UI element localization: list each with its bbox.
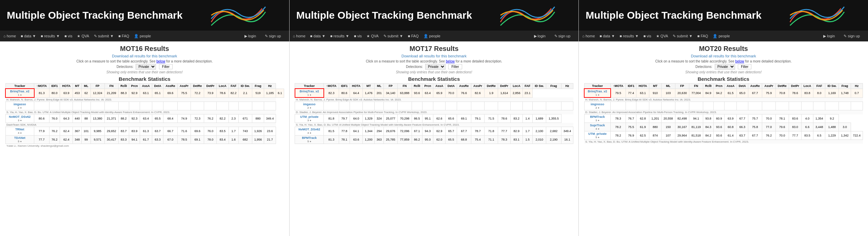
- tracker-name[interactable]: imgasso2 ●: [295, 102, 324, 110]
- tracker-name[interactable]: BPMTrack3 ●: [584, 114, 611, 123]
- tracker-name[interactable]: UTM_private3 ●: [295, 114, 324, 123]
- nav-data[interactable]: ■ data ▼: [310, 34, 326, 38]
- table-cell: 1,342: [839, 131, 851, 140]
- table-cell: 83.8: [801, 89, 813, 97]
- table-cell: [689, 102, 703, 110]
- table-cell: 1,185: [264, 89, 276, 97]
- table-cell: 76.6: [457, 89, 471, 97]
- tracker-name[interactable]: BrinqTras_v21 ●: [295, 89, 324, 97]
- nav-submit[interactable]: ✎ submit ▼: [94, 34, 114, 38]
- tracker-name[interactable]: NvMOT_DSv624 ●: [295, 127, 324, 135]
- tracker-name[interactable]: TRNet4 ●: [5, 127, 34, 135]
- col-header: IDF1: [339, 84, 350, 89]
- nav-signup[interactable]: ✎ sign up: [265, 34, 281, 38]
- tracker-name[interactable]: UTM_private5 ●: [584, 131, 611, 140]
- nav-results[interactable]: ■ results ▼: [620, 34, 639, 38]
- detect-select[interactable]: Private Public All: [715, 64, 735, 70]
- nav-people[interactable]: 👤 people: [713, 34, 730, 38]
- nav-home[interactable]: ⌂ home: [293, 34, 305, 38]
- nav-faq[interactable]: ■ FAQ: [118, 34, 129, 38]
- below-link[interactable]: below: [156, 59, 165, 63]
- table-cell: 78.6: [498, 114, 510, 123]
- tracker-name[interactable]: imgresso2 ●: [584, 102, 611, 110]
- nav-vis[interactable]: ■ vis: [64, 34, 72, 38]
- col-header: RcllI: [703, 84, 714, 89]
- tracker-name[interactable]: SuprTrack4 ●: [584, 123, 611, 131]
- table-cell: 78.2: [611, 123, 626, 131]
- download-link[interactable]: Download all results for this benchmark: [5, 54, 284, 58]
- nav-data[interactable]: ■ data ▼: [21, 34, 36, 38]
- nav-qva[interactable]: ★ QVA: [656, 34, 668, 38]
- detect-filter: Detections: Private Public All Filter: [584, 64, 863, 70]
- table-cell: 25,785: [383, 135, 397, 144]
- table-cell: 2,190: [546, 135, 561, 144]
- nav-results[interactable]: ■ results ▼: [41, 34, 60, 38]
- nav-qva[interactable]: ★ QVA: [77, 34, 89, 38]
- nav-home[interactable]: ⌂ home: [3, 34, 16, 38]
- filter-button[interactable]: Filter: [738, 64, 751, 69]
- table-cell: 65.5: [152, 114, 163, 123]
- table-cell: 1,354: [813, 114, 825, 123]
- table-row: NvMOT_DSv623 ●80.676.064.34408813,38021,…: [5, 114, 284, 123]
- table-cell: [789, 102, 801, 110]
- nav-data[interactable]: ■ data ▼: [600, 34, 615, 38]
- table-cell: 25,077: [383, 114, 397, 123]
- table-cell: 76.2: [49, 135, 60, 144]
- table-cell: [350, 102, 362, 110]
- nav-people[interactable]: 👤 people: [134, 34, 151, 38]
- tracker-name[interactable]: BrinqTras_v21 ●: [584, 89, 611, 97]
- nav-signup[interactable]: ✎ sign up: [844, 34, 860, 38]
- table-cell: [152, 102, 163, 110]
- below-link[interactable]: below: [735, 59, 744, 63]
- below-link[interactable]: below: [446, 59, 455, 63]
- table-cell: [49, 102, 60, 110]
- nav-people[interactable]: 👤 people: [423, 34, 440, 38]
- col-header: AssRe: [457, 84, 471, 89]
- col-header: AssPr: [471, 84, 485, 89]
- tracker-name[interactable]: BPMTrack5 ●: [295, 135, 324, 144]
- nav-home[interactable]: ⌂ home: [582, 34, 595, 38]
- nav-submit[interactable]: ✎ submit ▼: [383, 34, 403, 38]
- detect-select[interactable]: Private Public All: [136, 64, 156, 70]
- download-link[interactable]: Download all results for this benchmark: [584, 54, 863, 58]
- citation: H. Mahesh, N. Barros, J. Pynne. Brinq Ed…: [584, 97, 863, 102]
- nav-vis[interactable]: ■ vis: [354, 34, 362, 38]
- table-cell: 67.0: [163, 135, 178, 144]
- nav-faq[interactable]: ■ FAQ: [408, 34, 419, 38]
- table-cell: 94.3: [422, 127, 433, 135]
- header: Multiple Object Tracking Benchmark: [0, 0, 289, 31]
- filter-button[interactable]: Filter: [159, 64, 173, 69]
- table-row: BrinqTras_v21 ●81.380.063.94536212,32421…: [5, 89, 284, 97]
- tracker-name[interactable]: imgasso2 ●: [5, 102, 34, 110]
- nav-results[interactable]: ■ results ▼: [330, 34, 349, 38]
- nav-vis[interactable]: ■ vis: [644, 34, 651, 38]
- detect-label: Detections:: [117, 65, 134, 69]
- nav-login[interactable]: ▶ login: [823, 34, 835, 38]
- nav-login[interactable]: ▶ login: [244, 34, 256, 38]
- nav-login[interactable]: ▶ login: [534, 34, 546, 38]
- table-cell: 6.5: [813, 131, 825, 140]
- table-cell: 29,652: [104, 127, 118, 135]
- col-header: MT: [73, 84, 82, 89]
- filter-button[interactable]: Filter: [448, 64, 462, 69]
- table-cell: 23.6: [264, 127, 276, 135]
- nav-faq[interactable]: ■ FAQ: [697, 34, 708, 38]
- col-header: ML: [82, 84, 91, 89]
- detect-select[interactable]: Private Public All: [425, 64, 446, 70]
- table-cell: [714, 102, 725, 110]
- nav-signup[interactable]: ✎ sign up: [554, 34, 571, 38]
- table-cell: [748, 102, 762, 110]
- table-cell: [498, 102, 510, 110]
- col-header: IDF1: [49, 84, 60, 89]
- col-header: Tracker: [5, 84, 34, 89]
- nav-submit[interactable]: ✎ submit ▼: [673, 34, 692, 38]
- download-link[interactable]: Download all results for this benchmark: [295, 54, 574, 58]
- tracker-name[interactable]: NvMOT_DSv623 ●: [5, 114, 34, 123]
- tracker-name[interactable]: TDANet5 ●: [5, 135, 34, 144]
- col-header: LocA: [801, 84, 813, 89]
- table-cell: 76.0: [204, 127, 217, 135]
- table-cell: 64.4: [350, 89, 362, 97]
- tracker-name[interactable]: BrinqTras_v21 ●: [5, 89, 34, 97]
- nav-qva[interactable]: ★ QVA: [367, 34, 378, 38]
- panel-2: Multiple Object Tracking Benchmark ⌂ hom…: [579, 0, 868, 236]
